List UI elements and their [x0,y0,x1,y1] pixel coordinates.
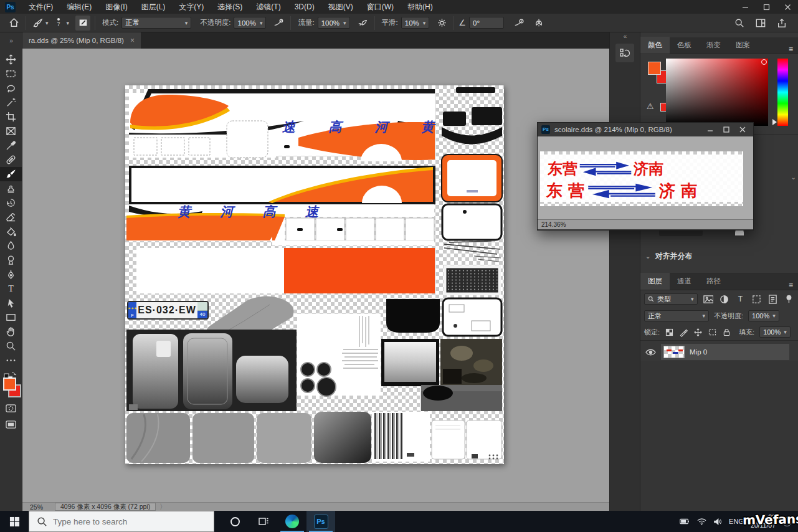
tab-channels[interactable]: 通道 [670,273,699,290]
lock-all-icon[interactable] [722,328,731,337]
floating-window-titlebar[interactable]: Ps scolaire.dds @ 214% (Mip 0, RGB/8) [538,123,753,136]
minimize-button[interactable] [734,0,756,14]
pen-tool-icon[interactable] [0,267,22,282]
align-distribute-header[interactable]: ⌄ 对齐并分布 [640,248,798,264]
status-chevron-icon[interactable]: 〉 [159,503,166,511]
eyedropper-tool-icon[interactable] [0,138,22,153]
texture-artboard[interactable]: 速 高 河 黄 黄 河 高 速 ✶✶✶ F ES·032·EW 40 [125,85,504,464]
zoom-level[interactable]: 25% [30,503,55,511]
airbrush-icon[interactable] [355,16,370,31]
panel-menu-icon[interactable]: ≡ [789,45,798,54]
menu-type[interactable]: 文字(Y) [172,0,211,14]
tab-color[interactable]: 颜色 [640,37,670,54]
tools-panel-expand-icon[interactable]: » [0,32,22,49]
menu-view[interactable]: 视图(V) [321,0,360,14]
brush-tool-preset-icon[interactable] [31,16,45,31]
edit-toolbar-icon[interactable] [0,353,22,368]
smoothing-select[interactable]: 10%▾ [401,17,430,29]
filter-type-icon[interactable]: T [735,294,746,305]
search-input[interactable] [29,511,214,531]
menu-3d[interactable]: 3D(D) [288,0,321,14]
share-icon[interactable] [774,16,789,31]
filter-smart-object-icon[interactable] [767,294,778,305]
edge-taskbar-icon[interactable] [278,511,306,532]
dock-collapse-icon[interactable]: « [610,32,640,40]
brush-settings-panel-icon[interactable] [75,16,90,31]
tab-layers[interactable]: 图层 [640,273,670,290]
history-brush-tool-icon[interactable] [0,196,22,210]
battery-icon[interactable] [679,518,690,525]
menu-window[interactable]: 窗口(W) [360,0,401,14]
menu-edit[interactable]: 编辑(E) [60,0,98,14]
color-saturation-field[interactable] [666,59,768,126]
cortana-button[interactable] [221,511,249,532]
hue-slider-pointer[interactable] [772,119,777,125]
foreground-color-swatch[interactable] [3,378,16,391]
tab-swatches[interactable]: 色板 [670,37,699,54]
task-view-button[interactable] [249,511,278,532]
healing-brush-tool-icon[interactable] [0,153,22,167]
language-indicator[interactable]: ENG [729,518,744,525]
slice-tool-icon[interactable] [0,124,22,138]
layer-opacity-select[interactable]: 100%▾ [748,310,779,321]
brush-tool-icon[interactable] [0,167,22,181]
menu-layer[interactable]: 图层(L) [135,0,173,14]
floating-document-window[interactable]: Ps scolaire.dds @ 214% (Mip 0, RGB/8) 东营 [537,122,754,230]
gamut-warning-icon[interactable]: ⚠ [647,102,654,111]
hand-tool-icon[interactable] [0,325,22,339]
start-button[interactable] [0,511,29,532]
menu-help[interactable]: 帮助(H) [401,0,440,14]
panel-menu-icon[interactable]: ≡ [789,281,798,290]
filter-shape-icon[interactable] [751,294,762,305]
layer-row-mip0[interactable]: Mip 0 [661,344,789,360]
eraser-tool-icon[interactable] [0,210,22,224]
layer-blend-mode-select[interactable]: 正常▾ [644,310,709,321]
menu-image[interactable]: 图像(I) [98,0,134,14]
search-icon[interactable] [732,16,747,31]
photoshop-taskbar-icon[interactable]: Ps [306,511,335,532]
close-tab-icon[interactable]: × [130,36,135,45]
path-select-tool-icon[interactable] [0,296,22,310]
pressure-size-icon[interactable] [511,16,526,31]
tab-patterns[interactable]: 图案 [728,37,758,54]
color-picker-cursor[interactable] [761,59,767,65]
tab-paths[interactable]: 路径 [699,273,728,290]
workspace-switcher-icon[interactable] [753,16,768,31]
filter-pin-toggle-icon[interactable] [784,294,794,305]
quick-selection-tool-icon[interactable] [0,95,22,110]
home-icon[interactable] [6,16,21,31]
chevron-down-icon[interactable]: ▾ [67,20,70,26]
pressure-opacity-icon[interactable] [271,16,286,31]
close-icon[interactable] [739,126,746,133]
dodge-tool-icon[interactable] [0,253,22,267]
clone-stamp-tool-icon[interactable] [0,181,22,196]
angle-input[interactable]: 0° [469,17,504,29]
maximize-icon[interactable] [723,126,729,133]
lock-move-icon[interactable] [693,328,703,337]
blur-tool-icon[interactable] [0,239,22,253]
brush-size-preview[interactable]: 7 [57,18,60,27]
lock-paint-icon[interactable] [679,328,688,337]
lasso-tool-icon[interactable] [0,81,22,95]
symmetry-butterfly-icon[interactable] [531,16,546,31]
menu-file[interactable]: 文件(F) [22,0,60,14]
paint-bucket-tool-icon[interactable] [0,224,22,239]
blend-mode-select[interactable]: 正常▾ [121,17,191,29]
canvas-pasteboard[interactable]: 速 高 河 黄 黄 河 高 速 ✶✶✶ F ES·032·EW 40 [22,49,609,502]
chevron-down-icon[interactable]: ▾ [45,20,49,26]
opacity-select[interactable]: 100%▾ [234,17,266,29]
type-tool-icon[interactable]: T [0,282,22,296]
layer-thumbnail[interactable] [663,346,685,358]
crop-tool-icon[interactable] [0,110,22,124]
lock-artboard-icon[interactable] [708,328,717,337]
flow-select[interactable]: 100%▾ [318,17,350,29]
scroll-chevron-icon[interactable]: ⌄ [791,171,796,182]
gear-icon[interactable] [434,16,449,31]
filter-image-icon[interactable] [703,294,714,305]
menu-filter[interactable]: 滤镜(T) [249,0,287,14]
speaker-icon[interactable] [713,518,722,526]
close-button[interactable] [777,0,798,14]
filter-adjustment-icon[interactable] [719,294,729,305]
zoom-tool-icon[interactable] [0,339,22,353]
layer-filter-select[interactable]: 类型 ▾ [644,293,698,305]
